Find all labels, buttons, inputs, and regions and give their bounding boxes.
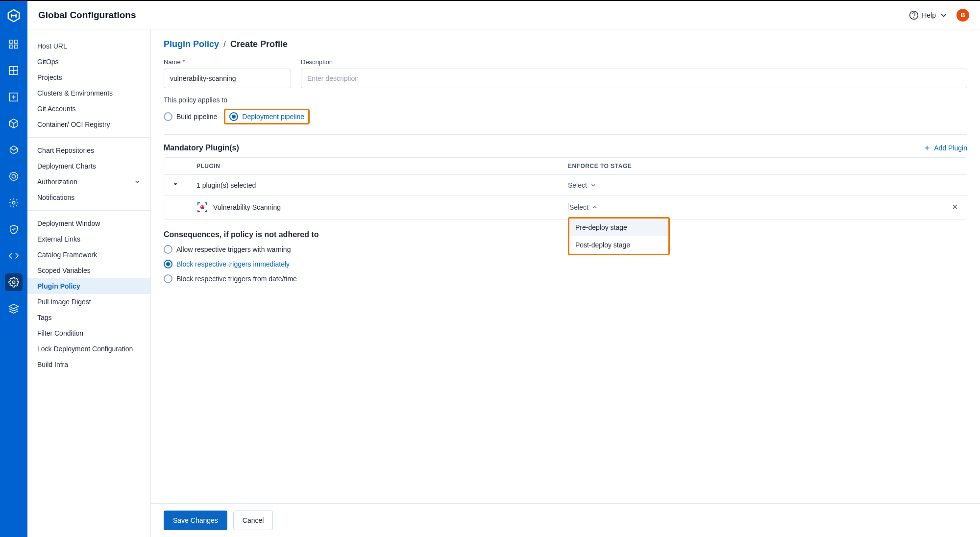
radio-consequence-0[interactable]: Allow respective triggers with warning [164,245,967,254]
chevron-down-icon [590,182,597,189]
sidebar-item-deployment-charts[interactable]: Deployment Charts [27,158,150,174]
sidebar-item-gitops[interactable]: GitOps [27,54,150,70]
sidebar-item-host-url[interactable]: Host URL [27,38,150,54]
dropdown-option-post-deploy[interactable]: Post-deploy stage [569,236,668,254]
svg-rect-2 [10,45,13,48]
sidebar-item-label: Chart Repositories [37,146,94,154]
sidebar-item-label: Projects [37,73,62,81]
highlight-deployment-pipeline: Deployment pipeline [224,109,310,124]
svg-rect-3 [15,45,18,48]
help-button[interactable]: Help [909,10,949,20]
breadcrumb: Plugin Policy / Create Profile [164,39,967,49]
sidebar-item-filter-condition[interactable]: Filter Condition [27,325,150,341]
sidebar: Host URLGitOpsProjectsClusters & Environ… [27,29,151,537]
sidebar-item-git-accounts[interactable]: Git Accounts [27,101,150,117]
chevron-down-icon [939,10,949,20]
radio-deployment-pipeline[interactable]: Deployment pipeline [229,112,304,121]
sidebar-item-label: Git Accounts [37,105,76,113]
rail-gear-icon[interactable] [5,194,23,212]
svg-point-29 [200,205,204,209]
name-label: Name * [164,58,291,66]
expand-row-button[interactable] [172,181,196,189]
sidebar-item-label: Clusters & Environments [37,89,113,97]
close-icon [951,203,959,211]
rail-apps-icon[interactable] [5,35,23,53]
breadcrumb-sep: / [223,39,226,49]
name-input[interactable] [164,69,291,88]
svg-marker-20 [174,183,177,185]
sidebar-item-pull-image-digest[interactable]: Pull Image Digest [27,294,150,310]
save-button[interactable]: Save Changes [164,511,227,530]
rail-shield-icon[interactable] [5,220,23,238]
sidebar-item-label: Host URL [37,42,67,50]
sidebar-item-label: Lock Deployment Configuration [37,345,133,353]
sidebar-item-tags[interactable]: Tags [27,310,150,325]
sidebar-item-clusters-environments[interactable]: Clusters & Environments [27,85,150,101]
chevron-up-icon [591,204,598,211]
vulnerability-scan-icon [196,201,208,213]
radio-build-pipeline[interactable]: Build pipeline [164,112,217,121]
svg-rect-22 [197,202,198,205]
col-plugin: PLUGIN [196,163,568,170]
stage-dropdown: Pre-deploy stage Post-deploy stage [568,217,670,255]
sidebar-item-label: GitOps [37,58,59,66]
remove-plugin-button[interactable] [951,203,959,212]
rail-layers-icon[interactable] [5,300,23,317]
sidebar-item-label: External Links [37,235,80,243]
applies-to-label: This policy applies to [164,96,967,104]
breadcrumb-current: Create Profile [230,39,288,49]
content-area: Plugin Policy / Create Profile Name * De… [151,29,980,537]
sidebar-item-label: Container/ OCI Registry [37,121,110,128]
svg-point-14 [12,281,15,284]
rail-target-icon[interactable] [5,168,23,185]
sidebar-item-label: Deployment Charts [37,162,96,170]
sidebar-item-plugin-policy[interactable]: Plugin Policy [27,278,150,294]
svg-rect-0 [10,40,13,43]
radio-consequence-2[interactable]: Block respective triggers from date/time [164,274,967,283]
sidebar-item-catalog-framework[interactable]: Catalog Framework [27,247,150,263]
sidebar-item-deployment-window[interactable]: Deployment Window [27,216,150,231]
avatar[interactable]: B [956,9,969,22]
page-title: Global Configurations [38,10,136,21]
rail-settings-icon[interactable] [5,273,23,291]
sidebar-item-container-oci-registry[interactable]: Container/ OCI Registry [27,117,150,132]
sidebar-item-lock-deployment-configuration[interactable]: Lock Deployment Configuration [27,341,150,357]
svg-rect-24 [206,202,207,205]
sidebar-item-label: Scoped Variables [37,267,91,274]
sidebar-item-notifications[interactable]: Notifications [27,190,150,205]
mandatory-plugins-title: Mandatory Plugin(s) [164,144,239,152]
sidebar-item-external-links[interactable]: External Links [27,231,150,247]
plugin-selected-summary: 1 plugin(s) selected [196,181,568,189]
sidebar-item-label: Catalog Framework [37,251,97,259]
svg-point-30 [201,206,202,207]
sidebar-item-authorization[interactable]: Authorization [27,174,150,190]
plus-icon [923,144,931,152]
sidebar-item-projects[interactable]: Projects [27,70,150,85]
caret-down-icon [172,181,179,188]
rail-code-icon[interactable] [5,247,23,265]
sidebar-item-build-infra[interactable]: Build Infra [27,357,150,372]
description-label: Description [301,58,967,66]
sidebar-item-chart-repositories[interactable]: Chart Repositories [27,143,150,158]
cancel-button[interactable]: Cancel [233,511,273,530]
sidebar-item-label: Filter Condition [37,329,83,337]
add-plugin-button[interactable]: Add Plugin [923,144,967,152]
rail-grid-icon[interactable] [5,62,23,79]
app-logo [6,8,22,24]
breadcrumb-root[interactable]: Plugin Policy [164,39,219,49]
rail-package-icon[interactable] [5,115,23,132]
stage-select-summary[interactable]: Select [568,181,939,189]
sidebar-item-label: Plugin Policy [37,282,80,290]
stage-select-row[interactable]: Select [568,203,939,212]
svg-point-16 [910,11,918,19]
svg-rect-28 [206,210,207,212]
sidebar-item-scoped-variables[interactable]: Scoped Variables [27,263,150,278]
rail-add-panel-icon[interactable] [5,88,23,106]
radio-consequence-1[interactable]: Block respective triggers immediately [164,260,967,268]
description-input[interactable] [301,69,967,88]
plugin-table: PLUGIN ENFORCE TO STAGE 1 plugin(s) sele… [164,157,967,220]
rail-cube-icon[interactable] [5,141,23,159]
consequences-title: Consequences, if policy is not adhered t… [164,230,967,239]
dropdown-option-pre-deploy[interactable]: Pre-deploy stage [569,219,668,236]
topbar: Global Configurations Help B [27,1,980,29]
